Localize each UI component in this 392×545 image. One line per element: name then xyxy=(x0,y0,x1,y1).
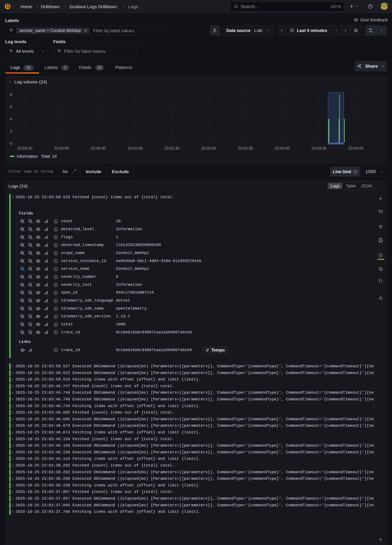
svg-text:23:02:00: 23:02:00 xyxy=(201,146,216,150)
svg-text:S: S xyxy=(55,228,57,231)
svg-text:6: 6 xyxy=(10,105,12,109)
svg-text:S: S xyxy=(55,331,57,334)
svg-text:S: S xyxy=(55,292,57,294)
svg-text:I: I xyxy=(55,268,57,270)
svg-text:S: S xyxy=(55,236,57,239)
svg-text:23:04:00: 23:04:00 xyxy=(348,146,363,150)
svg-text:S: S xyxy=(55,307,57,310)
svg-text:S: S xyxy=(55,299,57,302)
svg-text:LOG: LOG xyxy=(379,240,383,242)
svg-text:23:02:30: 23:02:30 xyxy=(238,146,253,150)
svg-text:2: 2 xyxy=(10,129,12,133)
svg-text:I: I xyxy=(55,260,57,262)
svg-text:23:03:00: 23:03:00 xyxy=(275,146,290,150)
svg-text:0: 0 xyxy=(10,141,12,145)
svg-text:23:01:00: 23:01:00 xyxy=(127,146,143,150)
svg-text:23:00:00: 23:00:00 xyxy=(54,146,69,150)
svg-text:S: S xyxy=(55,244,57,247)
svg-text:S: S xyxy=(55,220,57,223)
svg-text:23:00:30: 23:00:30 xyxy=(91,146,106,150)
svg-text:S: S xyxy=(55,276,57,278)
svg-text:23:03:30: 23:03:30 xyxy=(311,146,326,150)
svg-text:8: 8 xyxy=(10,92,12,97)
svg-text:S: S xyxy=(55,252,57,254)
svg-text:22:59:30: 22:59:30 xyxy=(17,146,32,150)
svg-text:4: 4 xyxy=(10,117,12,121)
svg-text:S: S xyxy=(55,349,57,352)
svg-text:23:01:30: 23:01:30 xyxy=(164,146,179,150)
svg-text:S: S xyxy=(55,323,57,326)
svg-text:S: S xyxy=(55,284,57,286)
svg-text:S: S xyxy=(55,316,57,318)
